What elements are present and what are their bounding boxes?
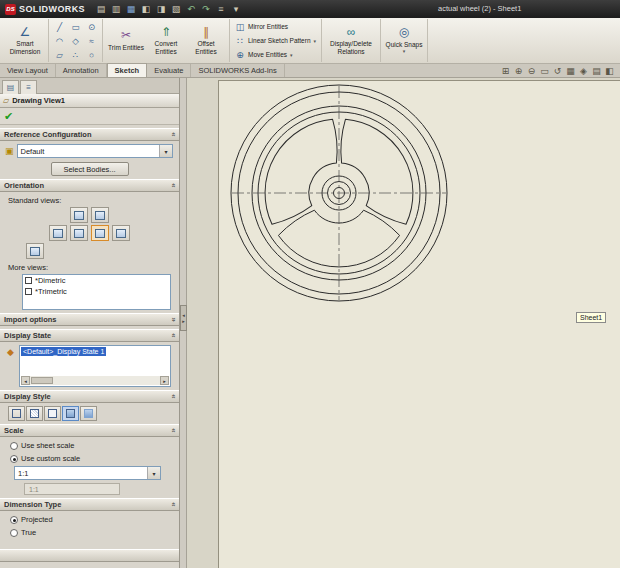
use-sheet-scale-option[interactable]: Use sheet scale: [10, 441, 179, 450]
display-style-buttons: [8, 406, 179, 421]
feature-manager-tab[interactable]: ≡: [20, 80, 37, 94]
graphics-area[interactable]: Sheet1: [187, 78, 620, 568]
open-icon[interactable]: ▥: [109, 2, 123, 16]
linear-sketch-pattern-button[interactable]: ∷ Linear Sketch Pattern ▾: [233, 35, 318, 47]
centerline-tool-icon[interactable]: ○: [84, 48, 99, 61]
ok-check-button[interactable]: ✔: [4, 110, 13, 123]
view-back-button[interactable]: [91, 207, 109, 223]
tab-evaluate[interactable]: Evaluate: [147, 64, 191, 77]
quick-snaps-button[interactable]: ◎ Quick Snaps ▾: [384, 26, 424, 54]
wireframe-style-button[interactable]: [8, 406, 25, 421]
zoom-in-icon[interactable]: ⊕: [513, 66, 524, 76]
configuration-dropdown[interactable]: Default ▾: [17, 144, 173, 158]
ellipse-tool-icon[interactable]: ▱: [52, 48, 67, 61]
move-entities-dropdown-icon[interactable]: ▾: [290, 52, 293, 58]
section-header-orientation[interactable]: Orientation «: [0, 179, 179, 192]
point-tool-icon[interactable]: ∴: [68, 48, 83, 61]
section-header-import-options[interactable]: Import options «: [0, 313, 179, 326]
tab-view-layout[interactable]: View Layout: [0, 64, 56, 77]
convert-entities-button[interactable]: ⇑ Convert Entities: [146, 26, 186, 56]
projected-radio[interactable]: [10, 516, 18, 524]
trimetric-checkbox[interactable]: [25, 288, 32, 295]
hidden-lines-removed-button[interactable]: [44, 406, 61, 421]
section-header-display-style[interactable]: Display Style «: [0, 390, 179, 403]
display-state-scrollbar: ◂ ▸: [21, 376, 169, 385]
zoom-area-icon[interactable]: ▭: [539, 66, 550, 76]
view-right-button[interactable]: [70, 225, 88, 241]
quick-snaps-dropdown-icon[interactable]: ▾: [403, 49, 406, 55]
view-orientation-icon[interactable]: ◧: [604, 66, 615, 76]
circle-tool-icon[interactable]: ⊙: [84, 20, 99, 33]
arc-tool-icon[interactable]: ◠: [52, 34, 67, 47]
wheel-drawing-view[interactable]: [219, 78, 459, 313]
move-entities-button[interactable]: ⊕ Move Entities ▾: [233, 49, 318, 61]
panel-splitter-handle[interactable]: ◂ ▸: [180, 305, 187, 331]
view-isometric-button[interactable]: [26, 243, 44, 259]
trim-entities-button[interactable]: ✂ Trim Entities: [106, 29, 146, 51]
view-bottom-button[interactable]: [112, 225, 130, 241]
configuration-dropdown-arrow-icon[interactable]: ▾: [159, 145, 172, 157]
import-options-label: Import options: [4, 315, 57, 324]
drawing-sheet[interactable]: [218, 80, 620, 568]
linear-pattern-dropdown-icon[interactable]: ▾: [314, 38, 317, 44]
smart-dimension-icon: ∠: [20, 26, 31, 40]
display-style-icon[interactable]: ▦: [565, 66, 576, 76]
quick-snaps-icon: ◎: [399, 26, 409, 40]
new-document-icon[interactable]: ▤: [94, 2, 108, 16]
sheet-scale-radio[interactable]: [10, 442, 18, 450]
spline-tool-icon[interactable]: ≈: [84, 34, 99, 47]
true-option[interactable]: True: [10, 528, 179, 537]
options-icon[interactable]: ≡: [214, 2, 228, 16]
sheet-properties-icon[interactable]: ▤: [591, 66, 602, 76]
tab-sketch[interactable]: Sketch: [107, 63, 148, 77]
tab-annotation[interactable]: Annotation: [56, 64, 107, 77]
toolbar-dropdown-icon[interactable]: ▾: [229, 2, 243, 16]
view-top-button[interactable]: [91, 225, 109, 241]
view-left-button[interactable]: [49, 225, 67, 241]
rectangle-tool-icon[interactable]: ▭: [68, 20, 83, 33]
section-header-reference-configuration[interactable]: Reference Configuration «: [0, 128, 179, 141]
display-state-selected-item[interactable]: <Default>_Display State 1: [21, 347, 106, 356]
dimetric-checkbox[interactable]: [25, 277, 32, 284]
tab-solidworks-add-ins[interactable]: SOLIDWORKS Add-Ins: [191, 64, 284, 77]
scroll-right-icon[interactable]: ▸: [160, 376, 169, 385]
section-header-display-state[interactable]: Display State «: [0, 329, 179, 342]
section-header-partial[interactable]: [0, 549, 179, 562]
list-item-dimetric[interactable]: *Dimetric: [23, 275, 170, 286]
zoom-fit-icon[interactable]: ⊞: [500, 66, 511, 76]
polygon-tool-icon[interactable]: ◇: [68, 34, 83, 47]
rebuild-icon[interactable]: ▧: [169, 2, 183, 16]
select-bodies-button[interactable]: Select Bodies...: [51, 162, 129, 176]
print-icon[interactable]: ◧: [139, 2, 153, 16]
properties-icon[interactable]: ◨: [154, 2, 168, 16]
scale-dropdown-arrow-icon[interactable]: ▾: [147, 467, 160, 479]
view-settings-icon[interactable]: ◈: [578, 66, 589, 76]
section-header-scale[interactable]: Scale «: [0, 424, 179, 437]
projected-option[interactable]: Projected: [10, 515, 179, 524]
shaded-style-button[interactable]: [80, 406, 97, 421]
smart-dimension-button[interactable]: ∠ Smart Dimension: [5, 26, 45, 56]
shaded-with-edges-button[interactable]: [62, 406, 79, 421]
true-label: True: [21, 528, 36, 537]
scroll-left-icon[interactable]: ◂: [21, 376, 30, 385]
rotate-view-icon[interactable]: ↺: [552, 66, 563, 76]
offset-entities-button[interactable]: ∥ Offset Entities: [186, 26, 226, 56]
scale-dropdown[interactable]: 1:1 ▾: [14, 466, 161, 480]
list-item-trimetric[interactable]: *Trimetric: [23, 286, 170, 297]
view-front-button[interactable]: [70, 207, 88, 223]
save-icon[interactable]: ▦: [124, 2, 138, 16]
mirror-entities-button[interactable]: ◫ Mirror Entities: [233, 21, 318, 33]
display-delete-relations-button[interactable]: ∞ Display/Delete Relations: [325, 26, 377, 56]
use-custom-scale-option[interactable]: Use custom scale: [10, 454, 179, 463]
scrollbar-thumb[interactable]: [31, 377, 53, 384]
line-tool-icon[interactable]: ╱: [52, 20, 67, 33]
hidden-lines-visible-button[interactable]: [26, 406, 43, 421]
property-manager-tab[interactable]: ▤: [2, 80, 19, 94]
section-header-dimension-type[interactable]: Dimension Type «: [0, 498, 179, 511]
undo-icon[interactable]: ↶: [184, 2, 198, 16]
custom-scale-radio[interactable]: [10, 455, 18, 463]
true-radio[interactable]: [10, 529, 18, 537]
sheet-scale-label: Use sheet scale: [21, 441, 74, 450]
redo-icon[interactable]: ↷: [199, 2, 213, 16]
zoom-out-icon[interactable]: ⊖: [526, 66, 537, 76]
